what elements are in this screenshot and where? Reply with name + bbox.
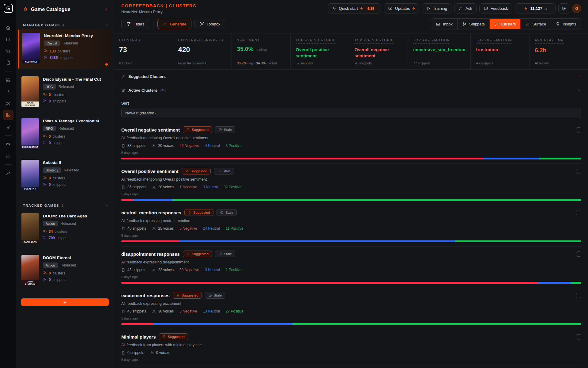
file-icon bbox=[121, 268, 125, 272]
ask-button[interactable]: Ask bbox=[454, 3, 477, 13]
tab-insights[interactable]: Insights bbox=[551, 19, 581, 29]
gamepad-icon[interactable] bbox=[3, 46, 13, 56]
document-icon[interactable] bbox=[3, 58, 13, 67]
suggested-clusters-section[interactable]: Suggested Clusters bbox=[114, 70, 588, 83]
chevron-down-icon[interactable] bbox=[105, 203, 109, 207]
user-avatar[interactable]: G bbox=[572, 4, 581, 13]
lightbulb-icon bbox=[162, 335, 166, 339]
theme-toggle-button[interactable] bbox=[558, 3, 569, 13]
catalogue-book-icon[interactable] bbox=[3, 34, 13, 44]
snippets-scissors-icon[interactable] bbox=[3, 98, 13, 108]
file-icon bbox=[121, 351, 125, 355]
filters-button[interactable]: Filters bbox=[121, 19, 149, 29]
sort-select[interactable]: Newest (created) bbox=[121, 108, 581, 118]
sentiment-bar bbox=[121, 240, 581, 242]
quick-start-progress-badge: 6/15 bbox=[365, 6, 377, 11]
game-card-disco-elysium[interactable]: DISCO ELYSIUM Disco Elysium - The Final … bbox=[18, 73, 111, 110]
tab-clusters[interactable]: Clusters bbox=[489, 19, 521, 29]
scissors-icon bbox=[462, 22, 467, 26]
cluster-description: All feedback expressing disappointment bbox=[121, 260, 581, 264]
clock-icon bbox=[217, 169, 221, 173]
top-positive-emotion-value: immersive_sim_freedom bbox=[413, 47, 465, 53]
negative-count: 5 Negative bbox=[179, 226, 197, 231]
managed-games-section-header[interactable]: MANAGED GAMES 4 bbox=[16, 19, 114, 29]
clusters-icon bbox=[43, 134, 47, 139]
cluster-card[interactable]: disappointment responses Suggested Stale… bbox=[121, 247, 581, 288]
funnel-icon bbox=[126, 21, 131, 26]
game-name: Solasta II bbox=[43, 160, 79, 165]
cluster-checkbox[interactable] bbox=[576, 127, 581, 132]
home-icon[interactable] bbox=[3, 23, 13, 33]
feedback-button[interactable]: Feedback bbox=[479, 3, 512, 13]
game-card-doom-eternal[interactable]: DOOM ETERNAL DOOM Eternal ActionReleased… bbox=[18, 251, 111, 289]
genre-tag: RPG bbox=[43, 126, 56, 131]
cluster-checkbox[interactable] bbox=[576, 169, 581, 174]
cluster-card[interactable]: Overall positive sentiment Suggested Sta… bbox=[121, 164, 581, 205]
clusters-count: 0 bbox=[49, 134, 51, 139]
cluster-checkbox[interactable] bbox=[576, 251, 581, 257]
game-card-solasta[interactable]: SOLASTA II Solasta II StrategyReleased 0… bbox=[18, 156, 111, 194]
cluster-card[interactable]: Overall negative sentiment Suggested Sta… bbox=[121, 122, 581, 164]
inbox-icon[interactable] bbox=[3, 75, 13, 85]
clusters-icon bbox=[43, 271, 47, 276]
tracked-games-section-header[interactable]: TRACKED GAMES 2 bbox=[16, 200, 114, 210]
insights-lightbulb-icon[interactable] bbox=[3, 122, 13, 132]
game-name: DOOM: The Dark Ages bbox=[43, 214, 87, 218]
app-logo[interactable] bbox=[4, 4, 13, 13]
release-status: Released bbox=[61, 221, 76, 226]
bar-chart-icon[interactable] bbox=[3, 151, 13, 161]
community-users-icon[interactable] bbox=[3, 139, 13, 149]
bar-chart-icon bbox=[525, 22, 530, 26]
sentiment-value: 35.0% bbox=[237, 46, 254, 52]
tab-snippets[interactable]: Snippets bbox=[457, 19, 489, 29]
cluster-card[interactable]: Minimal players Suggested All feedback f… bbox=[121, 329, 581, 366]
negative-count: 26 Negative bbox=[179, 144, 199, 148]
generate-sparkles-icon[interactable] bbox=[3, 87, 13, 97]
suggested-badge: Suggested bbox=[173, 292, 202, 299]
trending-up-icon[interactable] bbox=[3, 168, 13, 178]
voices-count: 20 voices bbox=[158, 144, 174, 148]
release-status: Released bbox=[64, 168, 79, 172]
sidebar-title: Game Catalogue bbox=[31, 7, 101, 12]
chevron-down-icon[interactable] bbox=[105, 23, 109, 27]
users-icon bbox=[152, 185, 156, 189]
mail-icon bbox=[388, 6, 393, 11]
game-card-exocolonist[interactable]: EXOCOLONIST I Was a Teenage Exocolonist … bbox=[18, 115, 111, 152]
file-icon bbox=[121, 144, 125, 148]
chevron-down-icon[interactable] bbox=[577, 75, 581, 79]
cluster-age: 5 days ago bbox=[121, 192, 581, 196]
cluster-card[interactable]: Suggested Stale bbox=[121, 366, 581, 368]
snippet-count: 0 snippets bbox=[127, 351, 144, 355]
cluster-checkbox[interactable] bbox=[576, 293, 581, 298]
snippet-count: 36 snippets bbox=[127, 185, 146, 189]
tab-inbox[interactable]: Inbox bbox=[431, 19, 457, 29]
neutral-count: 3 Neutral bbox=[205, 268, 220, 272]
training-button[interactable]: Training bbox=[422, 3, 451, 13]
managed-games-label: MANAGED GAMES bbox=[23, 23, 60, 27]
toolbox-button[interactable]: Toolbox bbox=[194, 19, 225, 29]
game-card-doom-dark-ages[interactable]: DARK AGES DOOM: The Dark Ages ActionRele… bbox=[18, 210, 111, 247]
lightbulb-icon bbox=[186, 252, 190, 256]
neutral-count: 4 Neutral bbox=[205, 144, 220, 148]
cluster-checkbox[interactable] bbox=[576, 334, 581, 339]
game-card-neuronet[interactable]: NEURONET NeuroNet: Mendax Proxy CasualRe… bbox=[18, 29, 111, 69]
clock-icon bbox=[218, 252, 222, 256]
tab-surface[interactable]: Surface bbox=[520, 19, 551, 29]
credits-balance[interactable]: 11,127 cr bbox=[515, 3, 556, 13]
active-clusters-section[interactable]: Active Clusters (49) bbox=[114, 83, 588, 97]
clusters-icon[interactable] bbox=[3, 110, 13, 120]
cluster-card[interactable]: excitement responses Suggested Stale All… bbox=[121, 288, 581, 329]
cluster-card[interactable]: neutral_mention responses Suggested Stal… bbox=[121, 205, 581, 247]
chevron-up-icon[interactable] bbox=[577, 88, 581, 92]
stat-clustered-snippets: CLUSTERED SNIPPETS 420 From 64 reviewers bbox=[173, 33, 232, 69]
cluster-title: Overall negative sentiment bbox=[121, 127, 180, 132]
collapse-sidebar-icon[interactable] bbox=[104, 7, 109, 12]
add-game-button[interactable]: + bbox=[21, 298, 109, 306]
generate-button[interactable]: Generate bbox=[157, 19, 191, 29]
sparkles-icon bbox=[162, 21, 167, 26]
quick-start-button[interactable]: Quick start 6/15 bbox=[328, 3, 381, 13]
archive-box-icon bbox=[121, 88, 125, 92]
updates-button[interactable]: Updates bbox=[384, 3, 419, 13]
clustered-snippets-value: 420 bbox=[178, 46, 226, 54]
cluster-checkbox[interactable] bbox=[576, 210, 581, 215]
